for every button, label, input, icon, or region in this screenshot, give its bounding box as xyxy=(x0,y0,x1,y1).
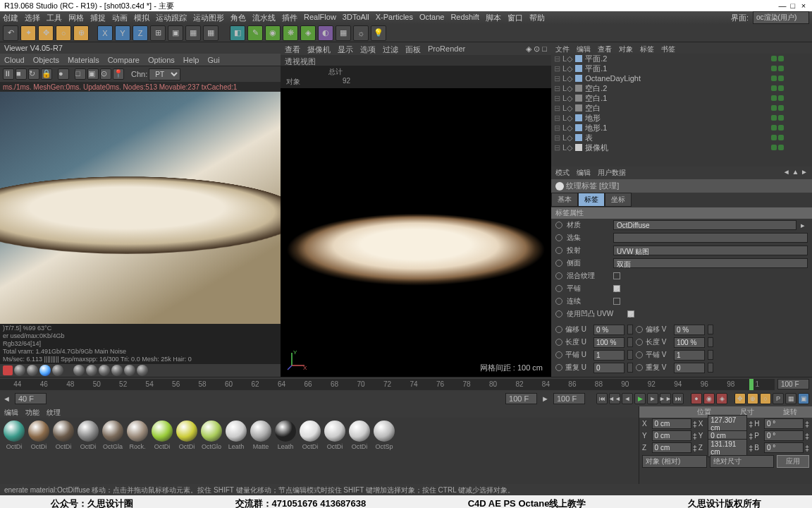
tree-row[interactable]: ⊟L◇地形.1 xyxy=(551,123,812,133)
menu-窗口[interactable]: 窗口 xyxy=(508,13,523,23)
abs-select[interactable]: 绝对尺寸 xyxy=(710,455,775,468)
offsetV-input[interactable]: 0 % xyxy=(674,325,705,335)
object-tree[interactable]: ⊟L◇平面.2⊟L◇平面.1⊟L◇OctaneDayLight⊟L◇空白.2⊟L… xyxy=(551,54,812,167)
timeline[interactable]: 4446485052545658606264666870727476788082… xyxy=(0,377,812,391)
attr-menu-userdata[interactable]: 用户数据 xyxy=(598,168,626,178)
tree-row[interactable]: ⊟L◇平面.1 xyxy=(551,64,812,73)
menu-运动图形[interactable]: 运动图形 xyxy=(193,13,224,23)
obj-menu-item[interactable]: 标签 xyxy=(640,44,654,52)
vp-menu-item[interactable]: 显示 xyxy=(338,44,353,53)
picture-viewer-button[interactable]: ▦ xyxy=(203,25,219,41)
shade-7[interactable] xyxy=(99,365,110,376)
coord-system-button[interactable]: ⊞ xyxy=(150,25,166,41)
menu-帮助[interactable]: 帮助 xyxy=(529,13,545,23)
continuous-check[interactable] xyxy=(613,298,620,305)
viewer-menu-gui[interactable]: Gui xyxy=(207,56,219,64)
tree-row[interactable]: ⊟L◇空白.2 xyxy=(551,83,812,93)
light2-button[interactable]: 💡 xyxy=(371,25,386,41)
attr-nav-back[interactable]: ◄ xyxy=(783,168,790,176)
menu-动画[interactable]: 动画 xyxy=(112,13,128,23)
material-item[interactable]: OctDi xyxy=(52,421,75,481)
playhead[interactable] xyxy=(749,379,753,390)
shade-1[interactable] xyxy=(14,365,25,376)
maximize-button[interactable]: □ xyxy=(789,1,797,10)
end-arrow[interactable]: ► xyxy=(541,394,549,403)
menu-X-Particles[interactable]: X-Particles xyxy=(376,13,413,23)
scale-button[interactable]: ⊕ xyxy=(73,25,89,41)
attr-nav-up[interactable]: ▲ xyxy=(792,168,799,176)
deformer-button[interactable]: ◈ xyxy=(300,25,316,41)
param-key-button[interactable]: P xyxy=(773,393,784,404)
material-item[interactable]: Matte xyxy=(250,421,272,481)
scale-key-button[interactable]: ⊕ xyxy=(747,393,758,404)
tree-row[interactable]: ⊟L◇摄像机 xyxy=(551,143,812,152)
material-item[interactable]: OctDi xyxy=(176,421,198,481)
minimize-button[interactable]: — xyxy=(778,1,787,10)
menu-Octane[interactable]: Octane xyxy=(419,13,444,23)
stop-button[interactable]: ■ xyxy=(16,68,27,80)
obj-menu-item[interactable]: 查看 xyxy=(598,44,612,52)
goto-end-button[interactable]: ⏭ xyxy=(672,393,684,404)
move-button[interactable]: ✥ xyxy=(38,25,54,41)
shade-8[interactable] xyxy=(111,365,123,376)
viewport-3d[interactable]: Y X 网格间距 : 100 cm xyxy=(281,88,551,377)
vp-icon1[interactable]: ◈ xyxy=(526,44,531,53)
record-button[interactable]: ● xyxy=(691,393,702,404)
refresh-button[interactable]: ↻ xyxy=(28,68,39,80)
obj-menu-item[interactable]: 书签 xyxy=(661,44,675,52)
viewer-menu-objects[interactable]: Objects xyxy=(33,56,59,64)
pos-key-button[interactable]: ✥ xyxy=(734,393,746,404)
menu-Redshift[interactable]: Redshift xyxy=(450,13,479,23)
vp-menu-item[interactable]: 摄像机 xyxy=(307,44,331,53)
next-frame-button[interactable]: ► xyxy=(647,393,658,404)
z-axis-button[interactable]: Z xyxy=(133,25,148,41)
pla-key-button[interactable]: ▦ xyxy=(785,393,796,404)
side-field[interactable]: 双面 xyxy=(613,258,808,268)
spin[interactable] xyxy=(708,337,713,347)
live-select-button[interactable]: ✦ xyxy=(20,25,36,41)
x-axis-button[interactable]: X xyxy=(97,25,113,41)
bump-check[interactable]: ✓ xyxy=(627,310,634,318)
vp-icon3[interactable]: □ xyxy=(542,44,547,53)
attr-menu-edit[interactable]: 编辑 xyxy=(577,168,591,178)
tileV-input[interactable]: 1 xyxy=(674,350,705,361)
goto-start-button[interactable]: ⏮ xyxy=(596,393,608,404)
tree-row[interactable]: ⊟L◇空白 xyxy=(551,103,812,113)
rotate-button[interactable]: ○ xyxy=(56,25,71,41)
menu-脚本[interactable]: 脚本 xyxy=(486,13,501,23)
render-preview[interactable] xyxy=(0,92,281,324)
material-item[interactable]: Leath xyxy=(225,421,247,481)
timeline-ruler[interactable]: 4446485052545658606264666870727476788082… xyxy=(0,379,775,390)
vp-menu-item[interactable]: 面板 xyxy=(405,44,421,53)
lengthU-input[interactable]: 100 % xyxy=(593,337,625,348)
spin[interactable] xyxy=(708,363,713,373)
shade-2[interactable] xyxy=(27,365,38,376)
spin[interactable] xyxy=(627,325,633,334)
material-item[interactable]: OctDi xyxy=(77,421,99,481)
material-item[interactable]: OctDi xyxy=(348,421,371,481)
projection-field[interactable]: UVW 贴图 xyxy=(613,246,808,255)
material-grid[interactable]: OctDiOctDiOctDiOctDiOctGlaRock.OctDiOctD… xyxy=(0,418,639,484)
viewer-menu-options[interactable]: Options xyxy=(148,56,175,64)
mix-check[interactable] xyxy=(613,272,620,279)
material-item[interactable]: OctGlo xyxy=(200,421,223,481)
prev-frame-button[interactable]: ◄ xyxy=(622,393,633,404)
menu-角色[interactable]: 角色 xyxy=(230,13,246,23)
tab-coord[interactable]: 坐标 xyxy=(605,193,632,207)
cube-primitive-button[interactable]: ◧ xyxy=(230,25,245,41)
material-field[interactable]: OctDiffuse xyxy=(613,220,796,230)
tab-tag[interactable]: 标签 xyxy=(578,193,605,207)
repU-input[interactable]: 0 xyxy=(593,363,625,373)
nurbs-button[interactable]: ◉ xyxy=(265,25,281,41)
tree-row[interactable]: ⊟L◇平面.2 xyxy=(551,54,812,64)
material-item[interactable]: OctDi xyxy=(324,421,346,481)
selection-field[interactable] xyxy=(613,233,808,243)
y-axis-button[interactable]: Y xyxy=(115,25,130,41)
menu-插件[interactable]: 插件 xyxy=(282,13,297,23)
spin[interactable] xyxy=(627,337,633,347)
tree-row[interactable]: ⊟L◇空白.1 xyxy=(551,93,812,103)
menu-流水线[interactable]: 流水线 xyxy=(252,13,276,23)
sphere-button[interactable]: ● xyxy=(58,68,69,80)
spin[interactable] xyxy=(708,325,713,334)
rel-select[interactable]: 对象 (相对) xyxy=(642,455,707,468)
